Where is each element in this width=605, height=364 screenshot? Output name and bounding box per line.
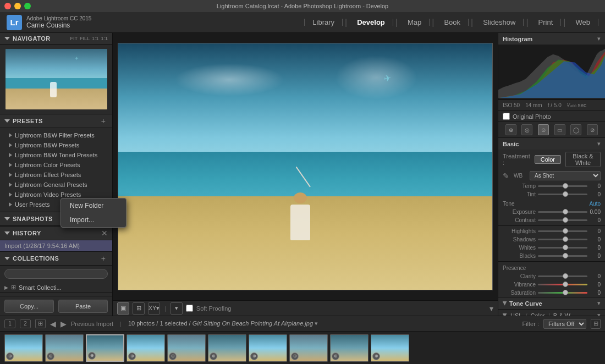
filter-options-button[interactable]: ⊞ [591,319,601,329]
more-tools-button[interactable]: ▾ [170,302,183,315]
filter-select[interactable]: Filters Off Flagged Rated [543,319,586,329]
copy-button[interactable]: Copy... [4,300,54,313]
context-menu-import[interactable]: Import... [61,213,126,227]
exposure-slider-thumb[interactable] [563,209,568,214]
filmstrip-thumb-1[interactable]: ⊕ [4,334,43,362]
contrast-slider[interactable] [538,219,587,221]
tint-slider-thumb[interactable] [563,191,568,197]
filmstrip-thumb-7[interactable]: ⊕ [249,334,287,362]
nav-map[interactable]: Map [400,19,430,26]
color-treatment-button[interactable]: Color [535,155,561,164]
spot-removal-tool[interactable]: ◎ [521,124,532,135]
window-controls[interactable] [4,3,31,9]
exposure-slider[interactable] [538,211,587,213]
filmstrip-thumb-4[interactable]: ⊕ [127,334,165,362]
clarity-slider[interactable] [538,275,587,277]
navigator-title: Navigator [13,35,51,42]
shadows-slider[interactable] [538,239,587,240]
highlights-slider-thumb[interactable] [563,228,568,234]
toolbar-expand-button[interactable]: ▾ [490,304,493,313]
blacks-slider-thumb[interactable] [563,253,568,258]
eyedropper-icon[interactable]: ✎ [503,172,512,180]
contrast-slider-thumb[interactable] [563,217,568,223]
whites-slider-thumb[interactable] [563,245,568,250]
presets-add-button[interactable]: + [99,117,108,125]
view-mode-1-button[interactable]: 1 [4,319,15,328]
basic-header[interactable]: Basic ▾ [498,138,605,150]
history-close-button[interactable]: ✕ [101,229,108,238]
tone-curve-header[interactable]: ▶ Tone Curve ▾ [498,297,605,309]
auto-button[interactable]: Auto [589,201,601,207]
histogram-header[interactable]: Histogram ▾ [498,33,605,45]
filmstrip-thumb-2[interactable]: ⊕ [45,334,84,362]
preset-bw-filter[interactable]: Lightroom B&W Filter Presets [0,130,112,140]
hsl-color-button[interactable]: Color [530,312,544,316]
filmstrip-thumb-3[interactable]: ⊕ [86,334,124,362]
graduated-filter-tool[interactable]: ▭ [554,124,565,135]
minimize-button[interactable] [14,3,21,9]
compare-view-button[interactable]: ⊞ [133,302,145,315]
adjustment-brush-tool[interactable]: ⊘ [587,124,598,135]
saturation-slider-thumb[interactable] [563,290,568,295]
nav-web[interactable]: Web [568,19,599,26]
shadows-slider-thumb[interactable] [563,236,568,242]
nav-slideshow[interactable]: Slideshow [475,19,524,26]
whites-slider[interactable] [538,247,587,249]
context-menu-new-folder[interactable]: New Folder [61,198,126,213]
filmstrip-thumb-9[interactable]: ⊕ [330,334,369,362]
vibrance-slider-thumb[interactable] [563,282,568,287]
nav-print[interactable]: Print [531,19,562,26]
preset-effect[interactable]: Lightroom Effect Presets [0,170,112,180]
hsl-button[interactable]: HSL [510,312,522,316]
hsl-bw-button[interactable]: B & W [553,312,570,316]
collections-header[interactable]: Collections + [0,252,112,266]
shadows-slider-row: Shadows 0 [498,235,605,244]
vibrance-slider[interactable] [538,284,587,285]
paste-button[interactable]: Paste [58,300,108,313]
temp-slider-thumb[interactable] [563,183,568,189]
collections-search-input[interactable] [4,269,108,279]
statusbar: 1 2 ⊞ ◀ ▶ Previous Import | 10 photos / … [0,316,605,331]
close-button[interactable] [4,3,11,9]
maximize-button[interactable] [24,3,31,9]
highlights-slider[interactable] [538,230,587,232]
nav-book[interactable]: Book [436,19,469,26]
preset-expand-icon [9,173,12,177]
presets-header[interactable]: Presets + [0,114,112,128]
grid-view-button[interactable]: ⊞ [35,319,46,328]
xy-view-button[interactable]: XY▾ [148,302,160,315]
collection-smart[interactable]: ▶ ⊞ Smart Collecti... [0,282,112,293]
blacks-slider[interactable] [538,255,587,257]
prev-import-button[interactable]: ◀ [50,319,56,328]
filmstrip-thumb-10[interactable]: ⊕ [371,334,409,362]
single-view-button[interactable]: ▣ [117,302,129,315]
original-photo-checkbox[interactable] [503,113,510,120]
radial-filter-tool[interactable]: ◯ [570,124,581,135]
preset-expand-icon [9,202,12,207]
temp-slider[interactable] [538,185,587,187]
preset-bw[interactable]: Lightroom B&W Presets [0,140,112,150]
filmstrip-thumb-6[interactable]: ⊕ [208,334,246,362]
soft-proofing-checkbox[interactable] [186,305,193,312]
saturation-slider[interactable] [538,292,587,294]
user-name[interactable]: Carrie Cousins [26,21,91,29]
crop-tool[interactable]: ⊕ [505,124,516,135]
preset-bw-toned[interactable]: Lightroom B&W Toned Presets [0,150,112,160]
view-mode-2-button[interactable]: 2 [20,319,31,328]
nav-develop[interactable]: Develop [349,19,393,26]
filmstrip-thumb-5[interactable]: ⊕ [167,334,206,362]
navigator-header[interactable]: Navigator FIT FILL 1:1 1:1 [0,33,112,45]
collections-add-button[interactable]: + [99,254,108,263]
history-item[interactable]: Import (1/28/17 9:54:16 AM) [0,240,112,251]
nav-library[interactable]: Library [304,19,343,26]
tint-slider[interactable] [538,194,587,195]
clarity-slider-thumb[interactable] [563,273,568,279]
next-import-button[interactable]: ▶ [61,319,67,328]
history-header[interactable]: History ✕ [0,227,112,240]
wb-select[interactable]: As Shot Auto Daylight Cloudy Custom [530,171,601,180]
bw-treatment-button[interactable]: Black & White [565,152,601,167]
redeye-tool[interactable]: ⊙ [538,124,549,135]
preset-color[interactable]: Lightroom Color Presets [0,160,112,170]
preset-general[interactable]: Lightroom General Presets [0,180,112,190]
filmstrip-thumb-8[interactable]: ⊕ [289,334,328,362]
